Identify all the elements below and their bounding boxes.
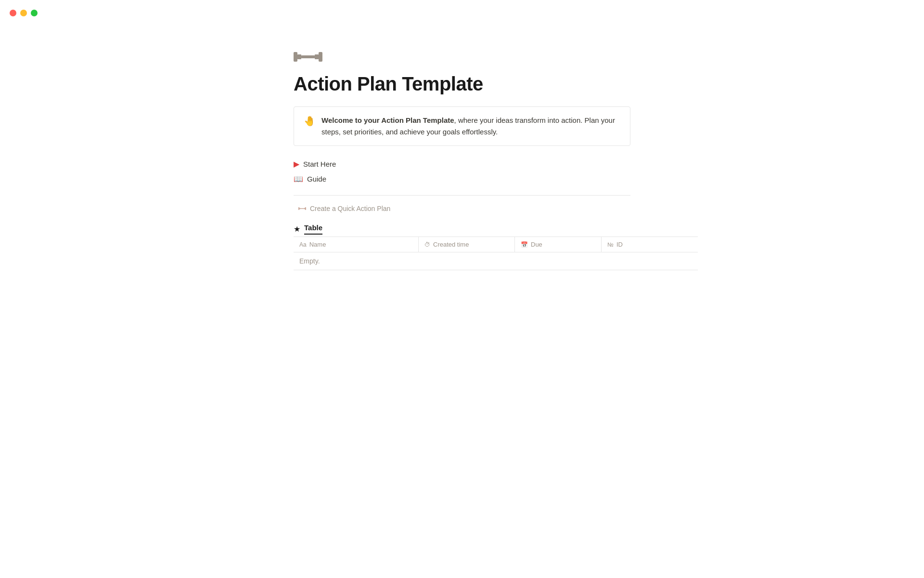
page-title: Action Plan Template <box>294 73 630 95</box>
column-due[interactable]: 📅 Due <box>515 237 602 252</box>
svg-rect-0 <box>294 52 297 62</box>
svg-rect-2 <box>301 55 315 58</box>
svg-rect-8 <box>304 208 305 210</box>
traffic-light-yellow[interactable] <box>20 10 27 16</box>
nav-links: ▶ Start Here 📖 Guide <box>294 158 630 185</box>
calendar-col-icon: 📅 <box>521 241 528 248</box>
page-icon <box>294 48 630 66</box>
nav-link-start-here-label: Start Here <box>303 160 336 168</box>
database-table: Aa Name ⏱ Created time 📅 Due № ID <box>294 236 698 270</box>
table-column-headers: Aa Name ⏱ Created time 📅 Due № ID <box>294 237 698 252</box>
main-content: Action Plan Template 🤚 Welcome to your A… <box>0 0 924 270</box>
column-id[interactable]: № ID <box>602 237 698 252</box>
play-icon: ▶ <box>294 159 299 169</box>
welcome-callout: 🤚 Welcome to your Action Plan Template, … <box>294 106 630 146</box>
traffic-light-red[interactable] <box>10 10 16 16</box>
callout-bold: Welcome to your Action Plan Template <box>321 116 454 124</box>
clock-col-icon: ⏱ <box>424 241 430 248</box>
text-col-icon: Aa <box>299 241 307 248</box>
page-container: Action Plan Template 🤚 Welcome to your A… <box>294 48 630 270</box>
nav-link-start-here[interactable]: ▶ Start Here <box>294 158 630 171</box>
dumbbell-icon <box>294 48 322 66</box>
create-quick-action-button[interactable]: Create a Quick Action Plan <box>294 201 395 216</box>
table-title: Table <box>304 223 322 235</box>
empty-label: Empty. <box>299 257 320 265</box>
column-created-time[interactable]: ⏱ Created time <box>419 237 515 252</box>
svg-rect-6 <box>299 208 300 210</box>
svg-rect-7 <box>300 208 304 209</box>
nav-link-guide[interactable]: 📖 Guide <box>294 172 630 185</box>
traffic-light-green[interactable] <box>31 10 38 16</box>
svg-rect-5 <box>298 207 299 210</box>
svg-rect-4 <box>319 52 322 62</box>
column-created-time-label: Created time <box>433 241 469 248</box>
book-icon: 📖 <box>294 174 303 184</box>
svg-rect-3 <box>315 54 319 59</box>
callout-text: Welcome to your Action Plan Template, wh… <box>321 115 620 138</box>
svg-rect-9 <box>305 207 306 210</box>
quick-action-dumbbell-icon <box>298 204 306 213</box>
number-col-icon: № <box>607 241 614 248</box>
quick-action-label: Create a Quick Action Plan <box>310 205 390 212</box>
divider <box>294 195 630 196</box>
empty-row: Empty. <box>294 252 698 270</box>
column-id-label: ID <box>616 241 623 248</box>
dumbbell-svg <box>294 48 322 66</box>
column-name-label: Name <box>309 241 326 248</box>
traffic-lights <box>10 10 38 16</box>
callout-icon: 🤚 <box>304 115 316 127</box>
quick-action-dumbbell-svg <box>298 206 306 211</box>
column-due-label: Due <box>531 241 542 248</box>
nav-link-guide-label: Guide <box>307 175 326 183</box>
star-icon: ★ <box>294 224 300 234</box>
table-section: ★ Table Aa Name ⏱ Created time 📅 <box>294 223 630 270</box>
column-name[interactable]: Aa Name <box>294 237 419 252</box>
svg-rect-1 <box>297 54 301 59</box>
table-header: ★ Table <box>294 223 630 235</box>
